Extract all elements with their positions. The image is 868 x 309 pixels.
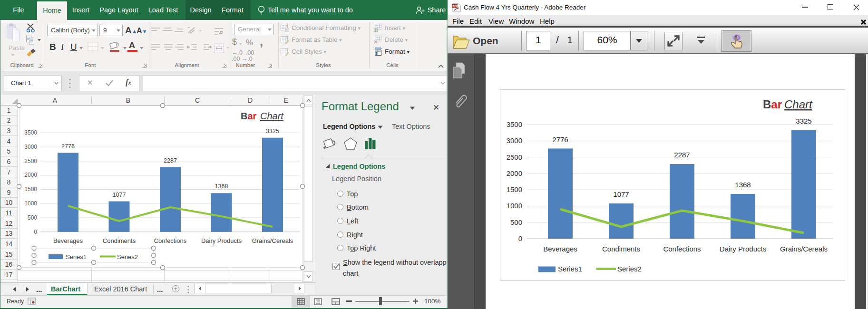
svg-text:3325: 3325 [796,117,811,125]
svg-text:1500: 1500 [507,185,522,193]
svg-text:3325: 3325 [266,128,279,135]
svg-text:3500: 3500 [507,120,522,128]
svg-text:2287: 2287 [674,151,690,159]
svg-text:1077: 1077 [613,190,629,198]
svg-text:Confections: Confections [663,245,701,253]
svg-text:Series1: Series1 [66,253,87,261]
svg-text:Grains/Cereals: Grains/Cereals [780,245,828,253]
svg-text:Series2: Series2 [617,265,642,273]
svg-text:2776: 2776 [61,143,75,150]
svg-text:Beverages: Beverages [53,237,83,244]
svg-text:1368: 1368 [735,181,751,189]
svg-text:1000: 1000 [24,200,37,207]
svg-text:2000: 2000 [507,169,522,177]
svg-text:3500: 3500 [24,129,37,136]
svg-text:1000: 1000 [507,202,522,210]
svg-text:3000: 3000 [507,136,522,145]
svg-text:500: 500 [28,214,37,221]
svg-text:Chart: Chart [784,98,813,111]
svg-text:1368: 1368 [215,183,228,190]
svg-text:1500: 1500 [24,186,37,193]
svg-text:2776: 2776 [552,135,568,144]
svg-text:3000: 3000 [24,144,37,150]
svg-text:0: 0 [34,229,37,235]
svg-text:1077: 1077 [113,192,126,198]
svg-text:Condiments: Condiments [602,245,640,253]
svg-text:Confections: Confections [154,237,187,244]
svg-text:2500: 2500 [24,158,37,164]
svg-text:Dairy Products: Dairy Products [201,237,242,244]
svg-text:Dairy Products: Dairy Products [720,245,766,253]
svg-text:2000: 2000 [24,172,37,178]
svg-text:Condiments: Condiments [103,237,136,244]
svg-text:Grains/Cereals: Grains/Cereals [252,237,293,244]
svg-text:Bar: Bar [241,111,257,121]
svg-text:0: 0 [518,234,522,242]
svg-text:Beverages: Beverages [543,245,577,253]
svg-text:Series2: Series2 [117,253,138,261]
svg-text:Series1: Series1 [558,265,582,273]
svg-text:Chart: Chart [260,111,284,121]
svg-text:2500: 2500 [507,153,522,161]
svg-text:Bar: Bar [763,98,782,111]
svg-text:2287: 2287 [164,157,177,164]
svg-text:500: 500 [510,218,522,226]
svg-text:PDF: PDF [453,5,458,8]
